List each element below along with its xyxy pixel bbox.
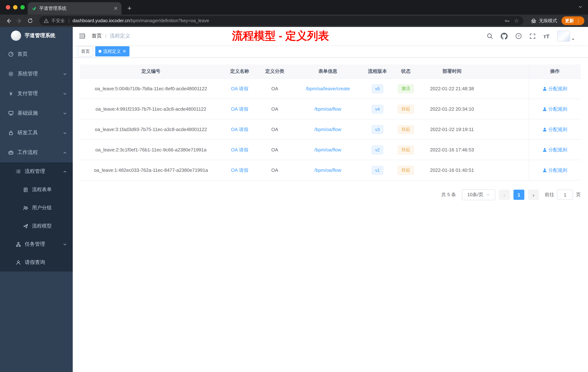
prev-page-button[interactable]: ‹ — [499, 190, 510, 200]
incognito-icon — [531, 18, 537, 24]
sidebar-item-infrastructure[interactable]: 基础设施 — [0, 103, 73, 123]
sidebar-item-label: 工作流程 — [17, 149, 38, 156]
sidebar-item-home[interactable]: 首页 — [0, 44, 73, 64]
user-icon — [543, 127, 547, 131]
sidebar-item-label: 任务管理 — [25, 241, 45, 248]
font-size-icon[interactable]: тT — [544, 33, 549, 39]
column-header-category: 定义分类 — [257, 65, 292, 78]
infrastructure-icon — [8, 110, 14, 116]
bookmark-star-icon[interactable]: ☆ — [514, 17, 519, 24]
tag-label: 首页 — [81, 48, 90, 55]
cell-definition-id: oa_leave:2:3c1f0ef1-76b1-11ec-9c66-a2380… — [80, 140, 222, 160]
definition-name-link[interactable]: OA 请假 — [231, 126, 248, 133]
tab-search-chevron-icon[interactable] — [578, 4, 583, 10]
zoom-window-button[interactable] — [20, 5, 25, 10]
sidebar-item-process-form[interactable]: 流程表单 — [0, 181, 73, 199]
column-header-name: 定义名称 — [222, 65, 257, 78]
form-info-link[interactable]: /bpm/oa/flow — [314, 127, 341, 132]
url-text[interactable]: dashboard.yudao.iocoder.cn/bpm/manager/d… — [73, 18, 209, 23]
sidebar-item-label: 用户分组 — [32, 205, 52, 211]
form-info-link[interactable]: /bpm/oa/flow — [314, 147, 341, 153]
goto-page-input[interactable] — [557, 190, 573, 200]
reload-button[interactable] — [25, 16, 35, 25]
status-badge: 激活 — [398, 84, 414, 93]
form-info-link[interactable]: /bpm/oa/leave/create — [306, 86, 350, 91]
github-icon[interactable] — [501, 33, 508, 40]
definition-name-link[interactable]: OA 请假 — [231, 106, 248, 112]
sidebar-item-leave-query[interactable]: 请假查询 — [0, 253, 73, 272]
address-bar[interactable]: 不安全 dashboard.yudao.iocoder.cn/bpm/manag… — [39, 16, 523, 25]
browser-tab[interactable]: 芋道管理系统 ✕ — [28, 2, 121, 15]
column-header-version: 流程版本 — [364, 65, 391, 78]
next-page-button[interactable]: › — [528, 190, 539, 200]
assign-rule-link[interactable]: 分配规则 — [543, 146, 567, 153]
assign-rule-link[interactable]: 分配规则 — [543, 126, 567, 133]
definition-name-link[interactable]: OA 请假 — [231, 146, 248, 153]
security-label[interactable]: 不安全 — [51, 18, 65, 24]
sidebar-item-label: 首页 — [17, 51, 28, 57]
back-button[interactable] — [4, 16, 13, 25]
page-size-select[interactable]: 10条/页 — [462, 189, 495, 200]
divider — [69, 18, 69, 23]
avatar[interactable] — [557, 31, 570, 42]
definition-name-link[interactable]: OA 请假 — [231, 85, 248, 92]
sidebar-item-process-management[interactable]: 流程管理 — [0, 162, 73, 181]
minimize-window-button[interactable] — [13, 5, 17, 10]
version-badge: v3 — [371, 125, 383, 134]
column-header-form: 表单信息 — [292, 65, 364, 78]
form-info-link[interactable]: /bpm/oa/flow — [314, 106, 341, 112]
user-menu[interactable] — [557, 31, 575, 42]
sidebar-item-user-group[interactable]: 用户分组 — [0, 199, 73, 217]
definition-name-link[interactable]: OA 请假 — [231, 167, 248, 174]
current-page-button[interactable]: 1 — [514, 190, 524, 200]
table-row: oa_leave:4:991f2193-7b7f-11ec-a3c8-acde4… — [80, 99, 581, 119]
sidebar-item-process-model[interactable]: 流程模型 — [0, 217, 73, 235]
tag-home[interactable]: 首页 — [78, 46, 93, 56]
sidebar-item-workflow[interactable]: 工作流程 — [0, 143, 73, 162]
chevron-up-icon — [63, 151, 67, 154]
tab-close-icon[interactable]: ✕ — [114, 6, 118, 11]
sidebar-item-task-management[interactable]: 任务管理 — [0, 235, 73, 253]
cell-deploy-time: 2022-01-16 17:46:53 — [420, 140, 484, 160]
assign-rule-link[interactable]: 分配规则 — [543, 85, 567, 92]
help-icon[interactable]: ? — [515, 33, 522, 39]
breadcrumb-home[interactable]: 首页 — [92, 33, 102, 39]
top-navbar: 首页 / 流程定义 流程模型 - 定义列表 ? — [73, 27, 588, 45]
tag-process-definition[interactable]: 流程定义 ✕ — [95, 46, 129, 56]
password-key-icon[interactable] — [504, 18, 510, 23]
browser-update-button[interactable]: 更新 ⋮ — [561, 16, 584, 25]
chevron-down-icon — [63, 72, 67, 76]
forward-button[interactable] — [15, 16, 24, 25]
tag-close-icon[interactable]: ✕ — [123, 49, 126, 54]
close-window-button[interactable] — [6, 5, 10, 10]
table-row: oa_leave:5:004b710b-7b8a-11ec-8ef0-acde4… — [80, 79, 581, 99]
cell-deploy-time: 2022-01-16 01:40:51 — [420, 160, 484, 180]
cell-category: OA — [257, 119, 292, 139]
sidebar-item-dev-tools[interactable]: 研发工具 — [0, 123, 73, 143]
assign-rule-link[interactable]: 分配规则 — [543, 106, 567, 112]
search-icon[interactable] — [487, 33, 493, 39]
sidebar-logo[interactable]: 芋道管理系统 — [0, 27, 73, 44]
tab-title: 芋道管理系统 — [39, 5, 111, 11]
status-badge: 挂起 — [398, 125, 414, 134]
workflow-submenu: 流程管理 流程表单 用户分组 — [0, 162, 73, 272]
cell-category: OA — [257, 160, 292, 180]
app-frame: 芋道管理系统 首页 系统管理 ¥ 支付管理 — [0, 27, 588, 372]
svg-text:?: ? — [518, 34, 520, 38]
macos-window-controls[interactable] — [6, 5, 25, 10]
sidebar-item-system-management[interactable]: 系统管理 — [0, 64, 73, 84]
tags-view-bar: 首页 流程定义 ✕ — [73, 45, 588, 58]
not-secure-warning-icon[interactable] — [44, 18, 49, 23]
new-tab-button[interactable]: + — [124, 3, 135, 13]
form-info-link[interactable]: /bpm/oa/flow — [314, 167, 341, 173]
table-row: oa_leave:3:1fad3d93-7b75-11ec-a3c8-acde4… — [80, 119, 581, 140]
browser-menu-icon[interactable]: ⋮ — [576, 18, 581, 23]
hamburger-icon[interactable] — [79, 33, 86, 40]
sidebar-item-label: 支付管理 — [17, 90, 38, 97]
assign-rule-link[interactable]: 分配规则 — [543, 167, 567, 174]
cell-category: OA — [257, 140, 292, 160]
sidebar-item-payment-management[interactable]: ¥ 支付管理 — [0, 84, 73, 103]
status-badge: 挂起 — [398, 145, 414, 154]
cell-definition-id: oa_leave:1:482ec033-762a-11ec-8477-a2380… — [80, 160, 222, 180]
fullscreen-icon[interactable] — [530, 33, 536, 39]
